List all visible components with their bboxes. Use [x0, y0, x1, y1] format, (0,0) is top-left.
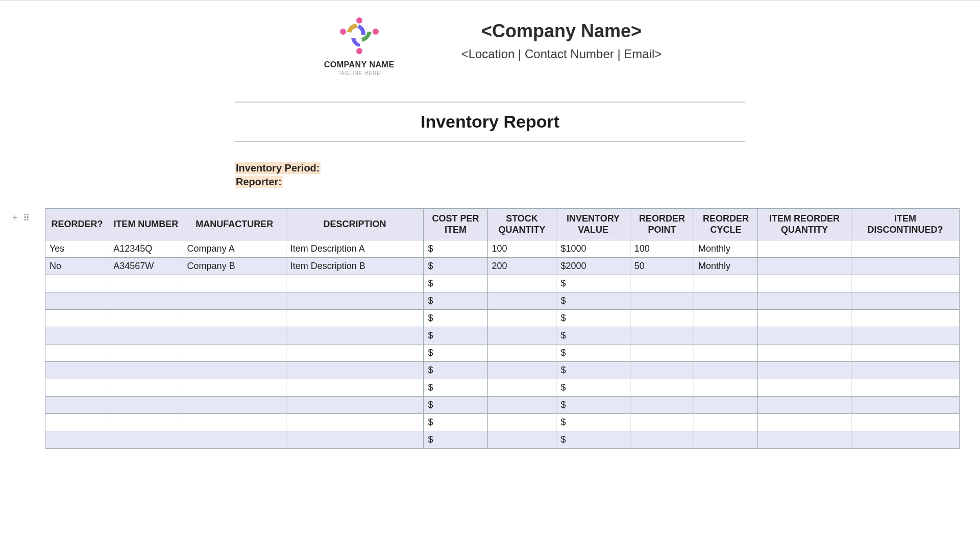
cell-reorder-point[interactable] [630, 327, 694, 345]
cell-reorder-cycle[interactable]: Monthly [694, 258, 757, 275]
reporter-line[interactable]: Reporter: [235, 176, 745, 188]
cell-item-number[interactable] [109, 275, 183, 292]
col-stock-quantity[interactable]: STOCK QUANTITY [487, 209, 556, 240]
cell-inventory-value[interactable]: $ [556, 431, 630, 449]
col-reorder-point[interactable]: REORDER POINT [630, 209, 694, 240]
table-row[interactable]: $$ [45, 431, 960, 449]
cell-item-reorder-qty[interactable] [758, 397, 851, 414]
cell-reorder-cycle[interactable] [694, 310, 757, 327]
cell-cost-per-item[interactable]: $ [424, 275, 487, 292]
cell-inventory-value[interactable]: $ [556, 362, 630, 379]
cell-stock-quantity[interactable] [487, 397, 556, 414]
cell-inventory-value[interactable]: $ [556, 379, 630, 397]
cell-stock-quantity[interactable] [487, 379, 556, 397]
table-row[interactable]: $$ [45, 292, 960, 310]
inventory-period-line[interactable]: Inventory Period: [235, 162, 745, 174]
cell-reorder-point[interactable] [630, 379, 694, 397]
cell-stock-quantity[interactable] [487, 362, 556, 379]
cell-cost-per-item[interactable]: $ [424, 431, 487, 449]
table-row[interactable]: $$ [45, 379, 960, 397]
company-name-heading[interactable]: <Company Name> [461, 20, 662, 42]
cell-description[interactable] [286, 310, 424, 327]
table-row[interactable]: $$ [45, 327, 960, 345]
inventory-table[interactable]: REORDER? ITEM NUMBER MANUFACTURER DESCRI… [45, 208, 960, 449]
cell-cost-per-item[interactable]: $ [424, 292, 487, 310]
cell-cost-per-item[interactable]: $ [424, 345, 487, 362]
cell-item-reorder-qty[interactable] [758, 275, 851, 292]
cell-stock-quantity[interactable] [487, 275, 556, 292]
cell-manufacturer[interactable] [183, 327, 286, 345]
col-cost-per-item[interactable]: COST PER ITEM [424, 209, 487, 240]
col-description[interactable]: DESCRIPTION [286, 209, 424, 240]
cell-reorder-point[interactable] [630, 397, 694, 414]
cell-reorder-cycle[interactable] [694, 345, 757, 362]
cell-item-number[interactable] [109, 327, 183, 345]
cell-item-reorder-qty[interactable] [758, 327, 851, 345]
cell-cost-per-item[interactable]: $ [424, 414, 487, 431]
table-row[interactable]: $$ [45, 362, 960, 379]
cell-manufacturer[interactable] [183, 292, 286, 310]
cell-reorder[interactable] [45, 379, 109, 397]
cell-reorder-point[interactable] [630, 310, 694, 327]
cell-description[interactable]: Item Description A [286, 240, 424, 258]
cell-reorder-point[interactable] [630, 414, 694, 431]
cell-manufacturer[interactable] [183, 275, 286, 292]
cell-item-number[interactable]: A34567W [109, 258, 183, 275]
cell-manufacturer[interactable] [183, 345, 286, 362]
cell-stock-quantity[interactable] [487, 345, 556, 362]
cell-manufacturer[interactable] [183, 414, 286, 431]
cell-item-discontinued[interactable] [851, 258, 960, 275]
cell-reorder[interactable] [45, 431, 109, 449]
cell-reorder-point[interactable]: 50 [630, 258, 694, 275]
cell-item-discontinued[interactable] [851, 379, 960, 397]
cell-item-discontinued[interactable] [851, 327, 960, 345]
cell-description[interactable] [286, 275, 424, 292]
cell-description[interactable] [286, 345, 424, 362]
cell-reorder-cycle[interactable] [694, 292, 757, 310]
cell-reorder[interactable] [45, 310, 109, 327]
cell-description[interactable] [286, 431, 424, 449]
cell-item-discontinued[interactable] [851, 431, 960, 449]
cell-inventory-value[interactable]: $2000 [556, 258, 630, 275]
table-row[interactable]: $$ [45, 414, 960, 431]
cell-reorder-cycle[interactable] [694, 275, 757, 292]
cell-reorder-cycle[interactable] [694, 397, 757, 414]
cell-cost-per-item[interactable]: $ [424, 310, 487, 327]
cell-reorder-point[interactable] [630, 362, 694, 379]
cell-reorder-point[interactable] [630, 275, 694, 292]
cell-reorder[interactable]: No [45, 258, 109, 275]
cell-inventory-value[interactable]: $ [556, 397, 630, 414]
cell-item-number[interactable] [109, 362, 183, 379]
cell-item-discontinued[interactable] [851, 292, 960, 310]
cell-inventory-value[interactable]: $ [556, 292, 630, 310]
table-row[interactable]: $$ [45, 345, 960, 362]
cell-reorder[interactable] [45, 414, 109, 431]
cell-manufacturer[interactable] [183, 379, 286, 397]
cell-cost-per-item[interactable]: $ [424, 240, 487, 258]
cell-reorder-point[interactable]: 100 [630, 240, 694, 258]
cell-item-reorder-qty[interactable] [758, 240, 851, 258]
cell-item-reorder-qty[interactable] [758, 292, 851, 310]
cell-description[interactable] [286, 414, 424, 431]
cell-stock-quantity[interactable] [487, 431, 556, 449]
cell-item-discontinued[interactable] [851, 397, 960, 414]
cell-manufacturer[interactable] [183, 362, 286, 379]
cell-manufacturer[interactable] [183, 397, 286, 414]
cell-item-discontinued[interactable] [851, 275, 960, 292]
cell-reorder[interactable]: Yes [45, 240, 109, 258]
cell-description[interactable] [286, 292, 424, 310]
col-reorder[interactable]: REORDER? [45, 209, 109, 240]
cell-cost-per-item[interactable]: $ [424, 258, 487, 275]
cell-description[interactable] [286, 327, 424, 345]
cell-reorder[interactable] [45, 292, 109, 310]
cell-cost-per-item[interactable]: $ [424, 379, 487, 397]
cell-reorder-cycle[interactable] [694, 414, 757, 431]
cell-reorder-point[interactable] [630, 292, 694, 310]
cell-stock-quantity[interactable] [487, 310, 556, 327]
cell-item-discontinued[interactable] [851, 362, 960, 379]
cell-description[interactable] [286, 397, 424, 414]
cell-item-number[interactable] [109, 345, 183, 362]
cell-stock-quantity[interactable]: 100 [487, 240, 556, 258]
cell-stock-quantity[interactable] [487, 292, 556, 310]
cell-item-number[interactable] [109, 431, 183, 449]
